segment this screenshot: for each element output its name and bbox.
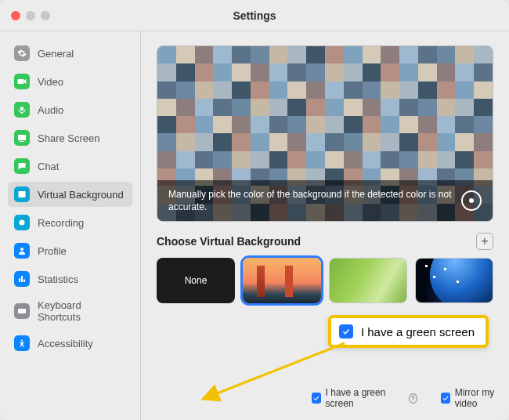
sidebar-item-statistics[interactable]: Statistics [8, 266, 132, 291]
mirror-checkbox[interactable]: Mirror my video [441, 387, 509, 409]
thumb-none[interactable]: None [157, 258, 235, 303]
callout-text: I have a green screen [361, 325, 475, 339]
audio-icon [14, 102, 30, 118]
window-controls [0, 11, 50, 20]
sidebar-item-label: Profile [38, 245, 67, 257]
sidebar-item-label: Recording [38, 217, 84, 229]
sidebar-item-recording[interactable]: Recording [8, 210, 132, 235]
choose-header: Choose Virtual Background + [157, 233, 493, 250]
preview-tip-bar: Manually pick the color of the backgroun… [157, 180, 493, 221]
video-preview: Manually pick the color of the backgroun… [157, 45, 493, 222]
content-pane: Manually pick the color of the backgroun… [141, 31, 509, 420]
sidebar-item-label: General [38, 48, 74, 60]
minimize-icon[interactable] [26, 11, 35, 20]
svg-point-1 [20, 248, 23, 251]
earth-image [416, 259, 493, 302]
sidebar-item-video[interactable]: Video [8, 69, 132, 94]
preview-tip-text: Manually pick the color of the backgroun… [168, 188, 452, 213]
thumb-none-label: None [185, 275, 208, 286]
background-thumbnails: None [157, 258, 493, 303]
mirror-label: Mirror my video [455, 387, 509, 409]
grass-image [330, 259, 406, 302]
settings-window: Settings General Video Audio Share Scree… [0, 0, 509, 420]
profile-icon [14, 243, 30, 259]
checkbox-checked-icon [312, 393, 321, 404]
annotation-callout: I have a green screen [328, 315, 489, 348]
sidebar-item-audio[interactable]: Audio [8, 97, 132, 122]
window-title: Settings [0, 9, 509, 22]
sidebar-item-label: Chat [38, 161, 59, 172]
help-icon[interactable]: ? [409, 393, 417, 404]
sidebar-item-label: Audio [38, 104, 63, 116]
choose-title: Choose Virtual Background [157, 235, 301, 248]
options-row: I have a green screen ? Mirror my video [312, 387, 509, 409]
sidebar-item-share-screen[interactable]: Share Screen [8, 125, 132, 150]
green-screen-checkbox[interactable]: I have a green screen ? [312, 387, 417, 409]
accessibility-icon [14, 335, 30, 351]
sidebar-item-accessibility[interactable]: Accessibility [8, 331, 132, 356]
svg-rect-2 [18, 309, 26, 313]
sidebar-item-chat[interactable]: Chat [8, 154, 132, 179]
sidebar-item-label: Accessibility [38, 338, 93, 349]
close-icon[interactable] [11, 11, 20, 20]
green-screen-label: I have a green screen [326, 387, 401, 409]
svg-point-3 [21, 340, 23, 342]
sidebar-item-virtual-background[interactable]: Virtual Background [8, 182, 132, 207]
chat-icon [14, 158, 30, 174]
sidebar-item-profile[interactable]: Profile [8, 238, 132, 263]
recording-icon [14, 215, 30, 230]
virtual-background-icon [14, 186, 30, 202]
checkbox-checked-icon [339, 324, 353, 339]
thumb-bridge[interactable] [243, 258, 321, 303]
gear-icon [14, 45, 30, 61]
sidebar-item-general[interactable]: General [8, 41, 132, 66]
sidebar: General Video Audio Share Screen Chat Vi… [0, 31, 141, 420]
sidebar-item-label: Video [38, 76, 63, 88]
window-body: General Video Audio Share Screen Chat Vi… [0, 31, 509, 420]
color-picker-button[interactable] [461, 190, 482, 211]
checkbox-checked-icon [441, 393, 450, 404]
svg-point-0 [20, 220, 25, 226]
sidebar-item-label: Statistics [38, 273, 78, 285]
thumb-earth[interactable] [415, 258, 493, 303]
statistics-icon [14, 271, 30, 287]
thumb-grass[interactable] [329, 258, 407, 303]
add-background-button[interactable]: + [476, 233, 493, 250]
keyboard-icon [14, 303, 30, 319]
sidebar-item-label: Share Screen [38, 132, 100, 144]
video-icon [14, 74, 30, 89]
titlebar: Settings [0, 0, 509, 31]
bridge-image [243, 258, 321, 303]
sidebar-item-label: Virtual Background [38, 189, 124, 201]
sidebar-item-label: Keyboard Shortcuts [38, 299, 126, 323]
share-screen-icon [14, 130, 30, 146]
maximize-icon[interactable] [41, 11, 50, 20]
sidebar-item-keyboard[interactable]: Keyboard Shortcuts [8, 295, 132, 328]
